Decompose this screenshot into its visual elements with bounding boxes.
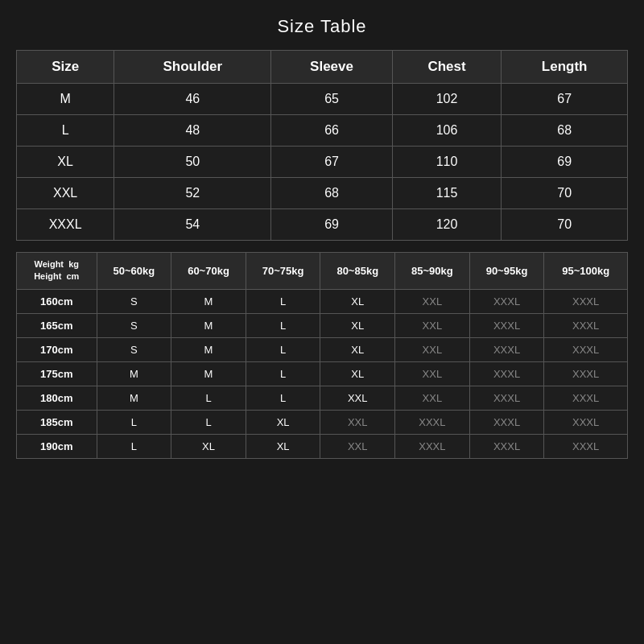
- table-cell: M: [17, 84, 114, 115]
- size-cell: XL: [246, 410, 320, 434]
- table-row: 175cmMMLXLXXLXXXLXXXL: [17, 361, 628, 386]
- table-row: 160cmSMLXLXXLXXXLXXXL: [17, 289, 628, 313]
- size-cell: S: [97, 313, 171, 337]
- table-cell: 67: [271, 147, 392, 178]
- size-cell: XL: [320, 337, 395, 361]
- size-cell: XXXL: [544, 337, 628, 361]
- height-cell: 165cm: [17, 313, 97, 337]
- size-cell: L: [246, 337, 320, 361]
- size-cell: XXXL: [469, 434, 544, 458]
- height-cell: 185cm: [17, 410, 97, 434]
- table-row: XXL526811570: [17, 178, 628, 209]
- size-cell: XXXL: [544, 410, 628, 434]
- size-cell: XXL: [395, 386, 470, 410]
- table-cell: 102: [392, 84, 502, 115]
- table-row: XXXL546912070: [17, 209, 628, 241]
- size-cell: L: [246, 386, 320, 410]
- table-cell: 50: [114, 147, 271, 178]
- size-cell: XL: [246, 434, 320, 458]
- height-cell: 170cm: [17, 337, 97, 361]
- table-cell: XXXL: [17, 209, 114, 241]
- table-row: XL506711069: [17, 147, 628, 178]
- table-row: 180cmMLLXXLXXLXXXLXXXL: [17, 386, 628, 410]
- size-cell: XL: [320, 313, 395, 337]
- top-header-cell: Size: [17, 51, 114, 84]
- size-cell: XXL: [395, 313, 470, 337]
- table-cell: 106: [392, 115, 502, 147]
- table-row: 190cmLXLXLXXLXXXLXXXLXXXL: [17, 434, 628, 458]
- size-cell: L: [171, 410, 246, 434]
- table-cell: 46: [114, 84, 271, 115]
- size-cell: XL: [320, 289, 395, 313]
- size-cell: L: [171, 386, 246, 410]
- table-cell: 52: [114, 178, 271, 209]
- size-cell: XXXL: [544, 289, 628, 313]
- size-cell: M: [97, 361, 171, 386]
- top-size-table: SizeShoulderSleeveChestLength M466510267…: [16, 50, 628, 241]
- weight-column-header: 60~70kg: [171, 253, 246, 290]
- size-cell: M: [171, 289, 246, 313]
- size-cell: M: [97, 386, 171, 410]
- top-header-row: SizeShoulderSleeveChestLength: [17, 51, 628, 84]
- size-cell: XL: [171, 434, 246, 458]
- weight-column-header: 95~100kg: [544, 253, 628, 290]
- size-cell: L: [246, 361, 320, 386]
- size-cell: XXXL: [469, 386, 544, 410]
- size-cell: XXXL: [544, 434, 628, 458]
- height-cell: 190cm: [17, 434, 97, 458]
- top-header-cell: Sleeve: [271, 51, 392, 84]
- size-cell: XXXL: [395, 410, 470, 434]
- table-cell: 120: [392, 209, 502, 241]
- size-cell: S: [97, 337, 171, 361]
- top-header-cell: Shoulder: [114, 51, 271, 84]
- table-row: 165cmSMLXLXXLXXXLXXXL: [17, 313, 628, 337]
- top-header-cell: Length: [502, 51, 628, 84]
- table-cell: XL: [17, 147, 114, 178]
- size-cell: XXXL: [469, 337, 544, 361]
- size-cell: XXXL: [544, 313, 628, 337]
- table-row: 170cmSMLXLXXLXXXLXXXL: [17, 337, 628, 361]
- table-cell: 65: [271, 84, 392, 115]
- size-cell: XXL: [320, 434, 395, 458]
- weight-label: Weight kg: [20, 258, 93, 270]
- size-cell: XXXL: [544, 361, 628, 386]
- size-cell: XXXL: [469, 313, 544, 337]
- size-cell: L: [246, 313, 320, 337]
- top-header-cell: Chest: [392, 51, 502, 84]
- weight-column-header: 50~60kg: [97, 253, 171, 290]
- size-cell: XXL: [395, 361, 470, 386]
- table-cell: 68: [271, 178, 392, 209]
- top-table-body: M466510267L486610668XL506711069XXL526811…: [17, 84, 628, 241]
- height-cell: 160cm: [17, 289, 97, 313]
- table-cell: 67: [502, 84, 628, 115]
- table-row: 185cmLLXLXXLXXXLXXXLXXXL: [17, 410, 628, 434]
- height-label: Height cm: [20, 270, 93, 283]
- weight-column-header: 85~90kg: [395, 253, 470, 290]
- height-cell: 180cm: [17, 386, 97, 410]
- size-cell: M: [171, 313, 246, 337]
- weight-column-header: 80~85kg: [320, 253, 395, 290]
- size-cell: XXL: [395, 337, 470, 361]
- size-cell: XL: [320, 361, 395, 386]
- table-cell: 48: [114, 115, 271, 147]
- size-cell: XXXL: [395, 434, 470, 458]
- table-cell: L: [17, 115, 114, 147]
- size-cell: XXL: [395, 289, 470, 313]
- weight-column-header: 90~95kg: [469, 253, 544, 290]
- table-cell: XXL: [17, 178, 114, 209]
- table-cell: 70: [502, 178, 628, 209]
- table-cell: 68: [502, 115, 628, 147]
- bottom-size-table: Weight kgHeight cm50~60kg60~70kg70~75kg8…: [16, 252, 628, 459]
- table-row: L486610668: [17, 115, 628, 147]
- table-cell: 54: [114, 209, 271, 241]
- table-cell: 69: [271, 209, 392, 241]
- size-cell: S: [97, 289, 171, 313]
- size-cell: M: [171, 337, 246, 361]
- size-cell: XXL: [320, 386, 395, 410]
- size-cell: XXXL: [544, 386, 628, 410]
- size-cell: XXXL: [469, 289, 544, 313]
- size-cell: L: [246, 289, 320, 313]
- size-cell: L: [97, 410, 171, 434]
- weight-column-header: 70~75kg: [246, 253, 320, 290]
- size-cell: XXXL: [469, 361, 544, 386]
